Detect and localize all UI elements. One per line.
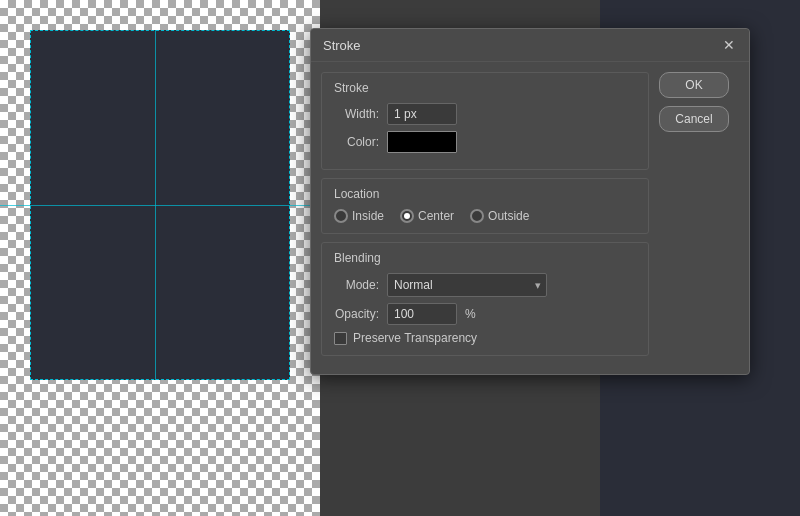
outside-radio[interactable] <box>470 209 484 223</box>
ok-button[interactable]: OK <box>659 72 729 98</box>
preserve-transparency-row: Preserve Transparency <box>334 331 636 345</box>
inside-option[interactable]: Inside <box>334 209 384 223</box>
stroke-section-label: Stroke <box>334 81 636 95</box>
dialog-title: Stroke <box>323 38 361 53</box>
crosshair-horizontal <box>0 205 320 206</box>
inside-radio[interactable] <box>334 209 348 223</box>
crosshair-vertical <box>155 30 156 380</box>
center-label: Center <box>418 209 454 223</box>
close-button[interactable]: ✕ <box>721 37 737 53</box>
canvas-background: Stroke ✕ Stroke Width: Color: <box>0 0 800 516</box>
color-row: Color: <box>334 131 636 153</box>
outside-label: Outside <box>488 209 529 223</box>
width-input[interactable] <box>387 103 457 125</box>
center-radio[interactable] <box>400 209 414 223</box>
preserve-transparency-label: Preserve Transparency <box>353 331 477 345</box>
stroke-section: Stroke Width: Color: <box>321 72 649 170</box>
width-row: Width: <box>334 103 636 125</box>
percent-label: % <box>465 307 476 321</box>
blending-section: Blending Mode: Normal Dissolve Multiply … <box>321 242 649 356</box>
preserve-transparency-checkbox[interactable] <box>334 332 347 345</box>
mode-select[interactable]: Normal Dissolve Multiply Screen Overlay <box>387 273 547 297</box>
mode-select-wrapper: Normal Dissolve Multiply Screen Overlay <box>387 273 547 297</box>
center-radio-dot <box>404 213 410 219</box>
width-label: Width: <box>334 107 379 121</box>
opacity-row: Opacity: % <box>334 303 636 325</box>
location-section: Location Inside Center <box>321 178 649 234</box>
cancel-button[interactable]: Cancel <box>659 106 729 132</box>
inside-label: Inside <box>352 209 384 223</box>
location-section-label: Location <box>334 187 636 201</box>
opacity-input[interactable] <box>387 303 457 325</box>
dialog-buttons: OK Cancel <box>659 72 739 364</box>
dialog-body: Stroke Width: Color: Location <box>311 62 749 374</box>
mode-row: Mode: Normal Dissolve Multiply Screen Ov… <box>334 273 636 297</box>
location-radio-group: Inside Center Outside <box>334 209 636 223</box>
opacity-label: Opacity: <box>334 307 379 321</box>
color-label: Color: <box>334 135 379 149</box>
outside-option[interactable]: Outside <box>470 209 529 223</box>
mode-label: Mode: <box>334 278 379 292</box>
blending-section-label: Blending <box>334 251 636 265</box>
dialog-titlebar: Stroke ✕ <box>311 29 749 62</box>
stroke-dialog: Stroke ✕ Stroke Width: Color: <box>310 28 750 375</box>
dialog-left-panel: Stroke Width: Color: Location <box>321 72 649 364</box>
color-swatch[interactable] <box>387 131 457 153</box>
center-option[interactable]: Center <box>400 209 454 223</box>
